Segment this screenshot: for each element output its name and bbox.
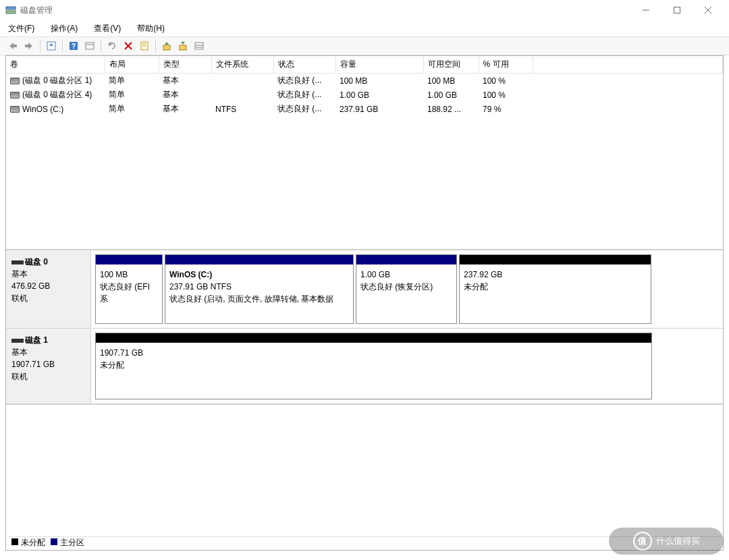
menu-action[interactable]: 操作(A) xyxy=(48,22,80,36)
back-button[interactable] xyxy=(5,38,20,53)
svg-marker-23 xyxy=(165,42,169,45)
svg-marker-11 xyxy=(49,43,53,46)
partition[interactable]: WinOS (C:)237.91 GB NTFS状态良好 (启动, 页面文件, … xyxy=(165,254,354,324)
svg-marker-25 xyxy=(181,42,185,45)
legend-label-primary: 主分区 xyxy=(60,538,84,547)
menu-view[interactable]: 查看(V) xyxy=(91,22,124,36)
partition-bar xyxy=(460,255,651,264)
action2-icon[interactable] xyxy=(176,38,190,53)
svg-marker-8 xyxy=(28,43,32,49)
show-hide-button[interactable] xyxy=(82,38,97,53)
content-area: 卷 布局 类型 文件系统 状态 容量 可用空间 % 可用 (磁盘 0 磁盘分区 … xyxy=(5,55,724,551)
partition[interactable]: 1.00 GB状态良好 (恢复分区) xyxy=(356,254,457,324)
partition[interactable]: 1907.71 GB未分配 xyxy=(95,333,652,399)
disk-row: 磁盘 1基本1907.71 GB联机1907.71 GB未分配 xyxy=(6,329,723,404)
close-button[interactable] xyxy=(693,0,724,20)
svg-rect-22 xyxy=(163,45,170,50)
minimize-button[interactable] xyxy=(630,0,662,20)
partition-bar xyxy=(96,333,651,343)
action1-icon[interactable] xyxy=(159,38,174,53)
svg-rect-24 xyxy=(180,45,186,50)
table-row[interactable]: (磁盘 0 磁盘分区 4)简单基本状态良好 (...1.00 GB1.00 GB… xyxy=(6,88,723,102)
forward-button[interactable] xyxy=(22,38,36,53)
properties-icon[interactable] xyxy=(137,38,152,53)
delete-icon[interactable] xyxy=(121,38,136,53)
window-title: 磁盘管理 xyxy=(20,5,630,16)
disk-info[interactable]: 磁盘 0基本476.92 GB联机 xyxy=(6,250,91,328)
title-bar: 磁盘管理 xyxy=(0,0,729,20)
maximize-button[interactable] xyxy=(662,0,693,20)
table-row[interactable]: (磁盘 0 磁盘分区 1)简单基本状态良好 (...100 MB100 MB10… xyxy=(6,74,723,88)
partition[interactable]: 100 MB状态良好 (EFI 系 xyxy=(95,254,163,324)
menu-help[interactable]: 帮助(H) xyxy=(134,22,167,36)
partition-bar xyxy=(96,255,162,264)
svg-marker-6 xyxy=(9,43,14,49)
partition-bar xyxy=(165,255,353,264)
col-pctfree[interactable]: % 可用 xyxy=(479,56,533,74)
svg-rect-7 xyxy=(14,45,17,47)
volume-icon xyxy=(10,106,20,113)
svg-rect-9 xyxy=(25,45,28,47)
partition-bar xyxy=(356,255,456,264)
watermark: 值 什么值得买 xyxy=(609,528,724,555)
refresh-icon[interactable] xyxy=(105,38,119,53)
svg-rect-14 xyxy=(86,43,94,49)
volume-icon xyxy=(10,92,20,99)
disk-icon xyxy=(11,260,24,264)
volume-list-pane: 卷 布局 类型 文件系统 状态 容量 可用空间 % 可用 (磁盘 0 磁盘分区 … xyxy=(6,56,723,250)
col-capacity[interactable]: 容量 xyxy=(335,56,423,74)
volume-table[interactable]: 卷 布局 类型 文件系统 状态 容量 可用空间 % 可用 (磁盘 0 磁盘分区 … xyxy=(6,56,723,116)
watermark-text: 什么值得买 xyxy=(656,535,700,547)
disk-row: 磁盘 0基本476.92 GB联机100 MB状态良好 (EFI 系WinOS … xyxy=(6,250,723,329)
menu-file[interactable]: 文件(F) xyxy=(5,22,37,36)
legend-label-unallocated: 未分配 xyxy=(21,538,45,547)
up-button[interactable] xyxy=(44,38,59,53)
menu-bar: 文件(F) 操作(A) 查看(V) 帮助(H) xyxy=(0,20,729,36)
col-filesystem[interactable]: 文件系统 xyxy=(211,56,273,74)
help-icon[interactable]: ? xyxy=(66,38,81,53)
svg-rect-0 xyxy=(6,7,16,9)
legend-swatch-unallocated xyxy=(11,538,18,545)
watermark-badge: 值 xyxy=(633,532,652,551)
table-row[interactable]: WinOS (C:)简单基本NTFS状态良好 (...237.91 GB188.… xyxy=(6,102,723,116)
partition[interactable]: 237.92 GB未分配 xyxy=(459,254,651,324)
svg-rect-3 xyxy=(674,7,680,13)
disk-icon xyxy=(11,339,24,343)
col-type[interactable]: 类型 xyxy=(159,56,211,74)
col-free[interactable]: 可用空间 xyxy=(423,56,479,74)
svg-text:?: ? xyxy=(72,42,76,50)
col-volume[interactable]: 卷 xyxy=(6,56,105,74)
app-icon xyxy=(5,5,16,16)
volume-icon xyxy=(10,78,20,84)
disk-info[interactable]: 磁盘 1基本1907.71 GB联机 xyxy=(6,329,91,403)
col-status[interactable]: 状态 xyxy=(273,56,335,74)
toolbar: ? xyxy=(0,36,729,55)
disk-graphic-pane: 磁盘 0基本476.92 GB联机100 MB状态良好 (EFI 系WinOS … xyxy=(6,250,723,532)
col-layout[interactable]: 布局 xyxy=(105,56,159,74)
legend-swatch-primary xyxy=(51,538,57,545)
list-view-icon[interactable] xyxy=(192,38,207,53)
svg-rect-26 xyxy=(195,43,203,49)
svg-rect-1 xyxy=(6,11,16,13)
